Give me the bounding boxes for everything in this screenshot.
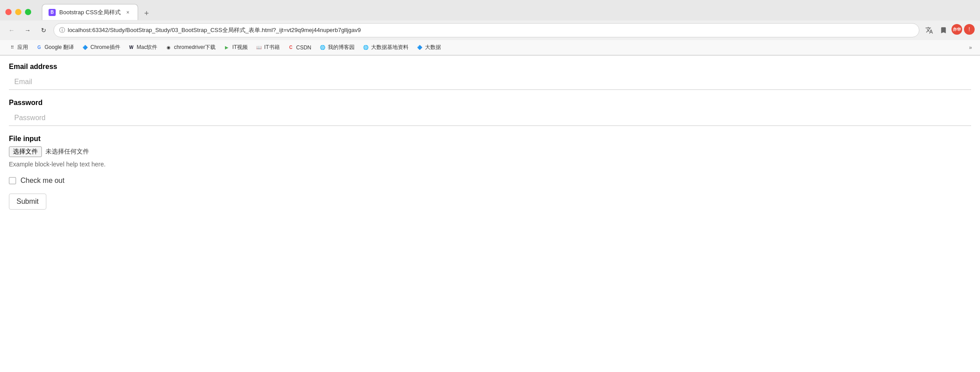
bookmark-chrome-ext[interactable]: 🔷 Chrome插件 bbox=[78, 42, 124, 53]
tab-title: Bootstrap CSS全局样式 bbox=[59, 8, 121, 16]
bookmark-bigdata-resources[interactable]: 🌐 大数据基地资料 bbox=[359, 42, 412, 53]
bookmark-it-books-label: IT书籍 bbox=[264, 44, 280, 51]
address-info-icon: ⓘ bbox=[59, 26, 65, 34]
chrome-ext-icon: 🔷 bbox=[82, 44, 88, 51]
new-tab-button[interactable]: + bbox=[140, 7, 153, 20]
browser-chrome: B Bootstrap CSS全局样式 × + ← → ↻ ⓘ localhos… bbox=[0, 0, 980, 56]
bookmark-bigdata-label: 大数据 bbox=[425, 44, 441, 51]
back-button[interactable]: ← bbox=[5, 24, 18, 36]
more-bookmarks-button[interactable]: » bbox=[966, 43, 975, 52]
bigdata-resources-icon: 🌐 bbox=[363, 44, 369, 51]
minimize-window-button[interactable] bbox=[15, 9, 21, 15]
no-file-selected-text: 未选择任何文件 bbox=[45, 148, 89, 156]
password-label: Password bbox=[9, 99, 971, 107]
bookmark-apps[interactable]: ⠿ 应用 bbox=[5, 42, 32, 53]
choose-file-button[interactable]: 选择文件 bbox=[9, 146, 42, 157]
bookmark-mac-software-label: Mac软件 bbox=[137, 44, 158, 51]
bigdata-icon: 🔷 bbox=[416, 44, 423, 51]
address-actions: 亦华 ! bbox=[923, 24, 975, 36]
bookmark-csdn[interactable]: C CSDN bbox=[284, 43, 315, 52]
tab-favicon: B bbox=[49, 9, 56, 16]
bookmark-google-translate[interactable]: G Google 翻译 bbox=[33, 42, 78, 53]
checkbox-label[interactable]: Check me out bbox=[20, 177, 65, 185]
checkbox-wrapper: Check me out bbox=[9, 177, 971, 185]
page-content: Email address Password File input 选择文件 未… bbox=[0, 56, 980, 217]
bookmark-apps-label: 应用 bbox=[17, 44, 28, 51]
bookmarks-bar: ⠿ 应用 G Google 翻译 🔷 Chrome插件 W Mac软件 ◉ ch… bbox=[0, 40, 980, 55]
bookmark-mac-software[interactable]: W Mac软件 bbox=[125, 42, 161, 53]
bookmark-it-books[interactable]: 📖 IT书籍 bbox=[252, 42, 283, 53]
bookmark-it-video[interactable]: ▶ IT视频 bbox=[220, 42, 251, 53]
chromedriver-icon: ◉ bbox=[165, 44, 172, 51]
tab-close-button[interactable]: × bbox=[124, 9, 131, 16]
maximize-window-button[interactable] bbox=[25, 9, 31, 15]
file-form-group: File input 选择文件 未选择任何文件 Example block-le… bbox=[9, 135, 971, 168]
bookmark-chromedriver[interactable]: ◉ chromedriver下载 bbox=[162, 42, 219, 53]
it-books-icon: 📖 bbox=[256, 44, 262, 51]
bookmark-button[interactable] bbox=[937, 24, 950, 36]
refresh-button[interactable]: ↻ bbox=[37, 24, 50, 36]
bookmark-bigdata-resources-label: 大数据基地资料 bbox=[371, 44, 408, 51]
check-me-checkbox[interactable] bbox=[9, 177, 16, 184]
close-window-button[interactable] bbox=[5, 9, 12, 15]
address-bar-row: ← → ↻ ⓘ localhost:63342/Study/BootStrap_… bbox=[0, 20, 980, 40]
password-input[interactable] bbox=[9, 110, 971, 126]
email-input[interactable] bbox=[9, 74, 971, 90]
submit-button[interactable]: Submit bbox=[9, 194, 46, 210]
apps-icon: ⠿ bbox=[9, 44, 15, 51]
file-label: File input bbox=[9, 135, 971, 143]
notification-button[interactable]: ! bbox=[964, 24, 975, 35]
tab-bar: B Bootstrap CSS全局样式 × + bbox=[42, 4, 153, 20]
title-bar: B Bootstrap CSS全局样式 × + bbox=[0, 0, 980, 20]
active-tab[interactable]: B Bootstrap CSS全局样式 × bbox=[42, 4, 138, 20]
email-form-group: Email address bbox=[9, 63, 971, 90]
it-video-icon: ▶ bbox=[224, 44, 230, 51]
bookmark-my-blog[interactable]: 🌐 我的博客园 bbox=[316, 42, 358, 53]
mac-software-icon: W bbox=[128, 44, 135, 51]
user-avatar[interactable]: 亦华 bbox=[951, 24, 962, 35]
csdn-icon: C bbox=[288, 44, 294, 51]
bookmark-google-translate-label: Google 翻译 bbox=[45, 44, 74, 51]
bookmark-chromedriver-label: chromedriver下载 bbox=[174, 44, 216, 51]
help-text: Example block-level help text here. bbox=[9, 161, 971, 168]
password-form-group: Password bbox=[9, 99, 971, 126]
bookmark-bigdata[interactable]: 🔷 大数据 bbox=[413, 42, 445, 53]
bookmark-chrome-ext-label: Chrome插件 bbox=[90, 44, 120, 51]
bookmark-csdn-label: CSDN bbox=[296, 44, 311, 51]
address-url: localhost:63342/Study/BootStrap_Study/03… bbox=[68, 26, 914, 34]
bookmark-my-blog-label: 我的博客园 bbox=[328, 44, 355, 51]
translate-button[interactable] bbox=[923, 24, 935, 36]
email-label: Email address bbox=[9, 63, 971, 71]
address-input[interactable]: ⓘ localhost:63342/Study/BootStrap_Study/… bbox=[53, 23, 919, 37]
bookmark-it-video-label: IT视频 bbox=[232, 44, 248, 51]
window-controls bbox=[5, 9, 31, 15]
google-translate-icon: G bbox=[36, 44, 42, 51]
file-input-group: 选择文件 未选择任何文件 bbox=[9, 146, 971, 157]
forward-button[interactable]: → bbox=[21, 24, 34, 36]
my-blog-icon: 🌐 bbox=[319, 44, 326, 51]
